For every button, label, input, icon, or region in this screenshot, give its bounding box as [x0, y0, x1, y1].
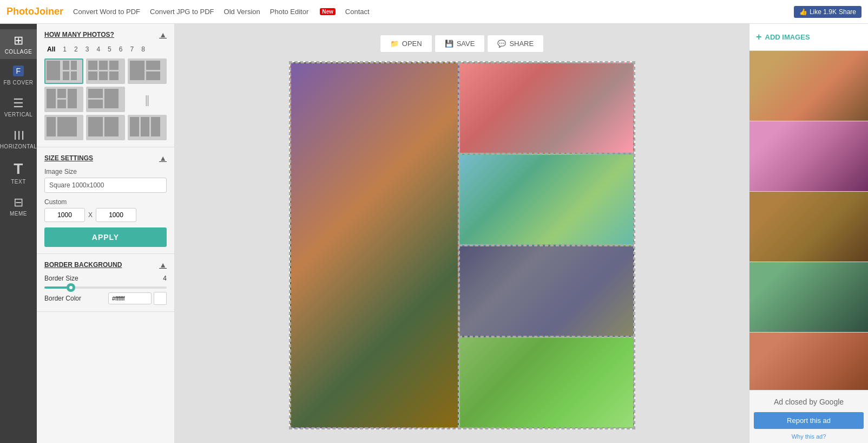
- height-input[interactable]: [96, 208, 136, 222]
- sidebar-item-collage[interactable]: ⊞ COLLAGE: [0, 29, 37, 59]
- border-background-header[interactable]: BORDER BACKGROUND ▲: [44, 260, 167, 269]
- image-thumb-5[interactable]: [749, 333, 868, 390]
- svg-rect-12: [146, 61, 160, 70]
- svg-rect-9: [99, 71, 108, 80]
- tab-5[interactable]: 5: [105, 44, 114, 54]
- nav-convert-word[interactable]: Convert Word to PDF: [73, 8, 140, 16]
- collage-cell-top-right[interactable]: [459, 62, 634, 154]
- layout-thumb-7[interactable]: [44, 115, 83, 140]
- tab-3[interactable]: 3: [83, 44, 92, 54]
- why-this-ad-link[interactable]: Why this ad?: [754, 433, 864, 440]
- image-thumb-4[interactable]: [749, 262, 868, 333]
- layout-thumb-4[interactable]: [44, 87, 83, 112]
- how-many-photos-header[interactable]: HOW MANY PHOTOS? ▲: [44, 30, 167, 39]
- share-label: SHARE: [509, 40, 534, 48]
- thumb-inner-4: [749, 262, 868, 332]
- size-settings-section: SIZE SETTINGS ▲ Image Size Square 1000x1…: [37, 147, 174, 254]
- sidebar-item-meme[interactable]: ⊟ MEME: [0, 191, 37, 221]
- fb-like-button[interactable]: 👍 Like 1.9K Share: [794, 6, 862, 18]
- border-color-swatch[interactable]: [154, 292, 167, 305]
- tab-2[interactable]: 2: [71, 44, 81, 54]
- open-button[interactable]: 📁 OPEN: [380, 35, 432, 53]
- apply-button[interactable]: APPLY: [44, 227, 167, 247]
- sidebar-item-label: TEXT: [11, 179, 26, 185]
- collage-canvas: [289, 61, 635, 429]
- fb-share-label: Share: [839, 8, 856, 16]
- width-input[interactable]: [44, 208, 85, 222]
- collage-cell-lower-right[interactable]: [459, 245, 634, 337]
- sidebar-item-label: VERTICAL: [4, 112, 33, 118]
- collage-cell-mid-right[interactable]: [459, 154, 634, 245]
- tab-6[interactable]: 6: [116, 44, 126, 54]
- tab-8[interactable]: 8: [139, 44, 148, 54]
- svg-rect-5: [88, 61, 97, 70]
- size-settings-collapse-icon[interactable]: ▲: [159, 154, 167, 162]
- border-color-hex-input[interactable]: [108, 292, 152, 304]
- tab-7[interactable]: 7: [127, 44, 136, 54]
- border-slider-thumb[interactable]: [67, 283, 75, 292]
- collage-cell-bottom-right[interactable]: [459, 337, 634, 428]
- site-logo[interactable]: Photo Joiner: [6, 6, 63, 17]
- border-size-value: 4: [163, 275, 167, 282]
- svg-rect-14: [47, 89, 56, 108]
- nav-old-version[interactable]: Old Version: [224, 8, 260, 16]
- tab-4[interactable]: 4: [94, 44, 103, 54]
- share-button[interactable]: 💬 SHARE: [487, 35, 544, 53]
- border-color-label: Border Color: [44, 295, 81, 302]
- layout-thumb-2[interactable]: [86, 58, 125, 84]
- sidebar-item-label: COLLAGE: [5, 49, 32, 55]
- image-thumb-2[interactable]: [749, 121, 868, 192]
- layout-thumb-3[interactable]: [128, 58, 167, 84]
- svg-rect-25: [130, 117, 139, 136]
- image-size-select[interactable]: Square 1000x1000: [44, 178, 167, 193]
- sidebar-item-text[interactable]: T TEXT: [0, 156, 37, 189]
- border-background-section: BORDER BACKGROUND ▲ Border Size 4 Border…: [37, 254, 174, 312]
- photo-count-tabs: All 1 2 3 4 5 6 7 8: [44, 44, 167, 54]
- save-label: SAVE: [457, 40, 475, 48]
- image-thumb-3[interactable]: [749, 192, 868, 262]
- svg-rect-26: [141, 117, 149, 136]
- layout-scroll[interactable]: ‖: [128, 87, 167, 112]
- thumb-inner-2: [749, 121, 868, 191]
- panel: HOW MANY PHOTOS? ▲ All 1 2 3 4 5 6 7 8: [37, 24, 175, 443]
- svg-rect-17: [57, 100, 66, 108]
- size-settings-header[interactable]: SIZE SETTINGS ▲: [44, 154, 167, 162]
- main-layout: ⊞ COLLAGE f FB COVER ☰ VERTICAL ☰ HORIZO…: [0, 24, 868, 443]
- thumb-inner-1: [749, 51, 868, 121]
- collapse-icon[interactable]: ▲: [159, 30, 167, 39]
- image-thumb-1[interactable]: [749, 51, 868, 121]
- tab-1[interactable]: 1: [60, 44, 69, 54]
- svg-rect-13: [146, 71, 160, 80]
- how-many-photos-section: HOW MANY PHOTOS? ▲ All 1 2 3 4 5 6 7 8: [37, 24, 174, 147]
- layout-thumb-9[interactable]: [128, 115, 167, 140]
- sidebar-item-vertical[interactable]: ☰ VERTICAL: [0, 92, 37, 122]
- svg-rect-0: [47, 61, 60, 80]
- save-button[interactable]: 💾 SAVE: [435, 35, 485, 53]
- svg-rect-15: [57, 89, 66, 98]
- right-sidebar: + ADD IMAGES Ad closed by Google Report: [749, 24, 868, 443]
- image-strip: [749, 51, 868, 390]
- layout-thumb-5[interactable]: [86, 87, 125, 112]
- add-images-header[interactable]: + ADD IMAGES: [749, 24, 868, 51]
- collage-cell-left[interactable]: [290, 62, 459, 428]
- fb-like-label: Like 1.9K: [810, 8, 837, 16]
- svg-rect-1: [63, 61, 69, 70]
- fb-cover-icon: f: [13, 66, 23, 76]
- layout-thumb-8[interactable]: [86, 115, 125, 140]
- logo-photo: Photo: [6, 6, 34, 17]
- nav-photo-editor[interactable]: Photo Editor: [270, 8, 309, 16]
- top-navigation: Photo Joiner Convert Word to PDF Convert…: [0, 0, 868, 24]
- report-ad-button[interactable]: Report this ad: [754, 412, 864, 429]
- meme-icon: ⊟: [14, 196, 24, 210]
- nav-contact[interactable]: Contact: [345, 8, 370, 16]
- layout-thumb-1[interactable]: [44, 58, 83, 84]
- share-icon: 💬: [497, 40, 506, 48]
- border-collapse-icon[interactable]: ▲: [159, 260, 167, 269]
- layout-grid: ‖: [44, 58, 167, 140]
- svg-rect-10: [109, 71, 119, 80]
- border-background-title: BORDER BACKGROUND: [44, 261, 122, 269]
- sidebar-item-fb-cover[interactable]: f FB COVER: [0, 61, 37, 90]
- sidebar-item-horizontal[interactable]: ☰ HORIZONTAL: [0, 124, 37, 154]
- tab-all[interactable]: All: [44, 44, 58, 54]
- nav-convert-jpg[interactable]: Convert JPG to PDF: [150, 8, 214, 16]
